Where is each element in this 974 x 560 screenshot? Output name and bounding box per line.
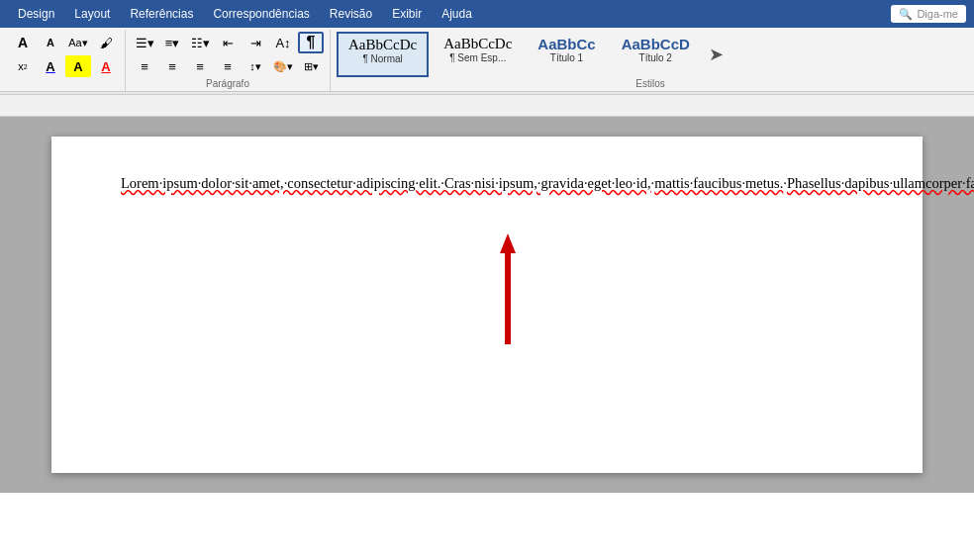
tab-referencias[interactable]: Referências [120,2,203,26]
style-heading1[interactable]: AaBbCc Título 1 [527,32,606,77]
ribbon-body: A A Aa▾ 🖌 x2 A A A ☰▾ ≡▾ ☷▾ ⇤ ⇥ A↕ ¶ [0,28,974,92]
highlight-btn[interactable]: A [65,55,91,77]
doc-page: Lorem·ipsum·dolor·sit·amet,·consectetur·… [51,137,923,473]
shading-btn[interactable]: 🎨▾ [270,55,296,77]
tab-revisao[interactable]: Revisão [320,2,382,26]
list-multilevel-btn[interactable]: ☷▾ [187,32,213,53]
line-spacing-btn[interactable]: ↕▾ [243,55,268,77]
align-center-btn[interactable]: ≡ [159,55,185,77]
font-group: A A Aa▾ 🖌 x2 A A A [4,30,126,91]
style-no-spacing-preview: AaBbCcDc [443,36,512,52]
align-left-btn[interactable]: ≡ [132,55,157,77]
styles-group: AaBbCcDc ¶ Normal AaBbCcDc ¶ Sem Esp... … [331,30,970,91]
doc-paragraph[interactable]: Lorem·ipsum·dolor·sit·amet,·consectetur·… [121,172,853,196]
sort-btn[interactable]: A↕ [270,32,296,53]
ruler [0,95,974,117]
paragraph-group: ☰▾ ≡▾ ☷▾ ⇤ ⇥ A↕ ¶ ≡ ≡ ≡ ≡ ↕▾ 🎨▾ ⊞▾ Parág… [126,30,331,91]
indent-increase-btn[interactable]: ⇥ [243,32,268,53]
style-heading1-label: Título 1 [550,52,583,63]
ribbon-tab-bar: Design Layout Referências Correspondênci… [0,0,974,28]
search-placeholder: Diga-me [917,8,958,20]
search-bar[interactable]: 🔍 Diga-me [891,5,966,23]
tab-layout[interactable]: Layout [64,2,120,26]
font-size-down-btn[interactable]: A [38,32,63,53]
style-normal-preview: AaBbCcDc [348,37,417,53]
tab-correspondencias[interactable]: Correspondências [203,2,319,26]
styles-scroll-arrow[interactable]: ➤ [705,32,728,77]
clear-format-btn[interactable]: 🖌 [93,32,119,53]
style-normal-label: ¶ Normal [362,53,402,64]
doc-area: Lorem·ipsum·dolor·sit·amet,·consectetur·… [0,117,974,493]
paragraph-group-label: Parágrafo [132,78,324,89]
styles-group-label: Estilos [337,78,964,89]
indent-decrease-btn[interactable]: ⇤ [215,32,241,53]
style-normal[interactable]: AaBbCcDc ¶ Normal [337,32,429,77]
style-heading2-label: Título 2 [639,52,672,63]
superscript-x2-btn[interactable]: x2 [10,55,36,77]
font-color-a-btn[interactable]: A [38,55,63,77]
style-heading2[interactable]: AaBbCcD Título 2 [611,32,701,77]
borders-btn[interactable]: ⊞▾ [298,55,324,77]
style-heading1-preview: AaBbCc [537,36,595,52]
ribbon: Design Layout Referências Correspondênci… [0,0,974,92]
style-no-spacing[interactable]: AaBbCcDc ¶ Sem Esp... [433,32,523,77]
justify-btn[interactable]: ≡ [215,55,241,77]
font-color-btn[interactable]: A [93,55,119,77]
align-right-btn[interactable]: ≡ [187,55,213,77]
pilcrow-btn[interactable]: ¶ [298,32,324,53]
list-bullet-btn[interactable]: ☰▾ [132,32,157,53]
style-no-spacing-label: ¶ Sem Esp... [449,52,506,63]
tab-design[interactable]: Design [8,2,64,26]
style-heading2-preview: AaBbCcD [622,36,690,52]
tab-exibir[interactable]: Exibir [382,2,432,26]
list-number-btn[interactable]: ≡▾ [159,32,185,53]
search-icon: 🔍 [899,8,913,21]
tab-ajuda[interactable]: Ajuda [432,2,482,26]
font-size-up-btn[interactable]: A [10,32,36,53]
font-dropdown-btn[interactable]: Aa▾ [65,32,91,53]
